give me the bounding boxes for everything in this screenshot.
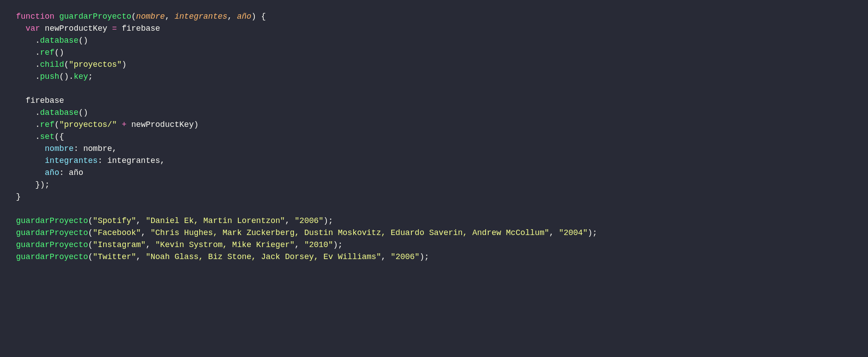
indent: [16, 120, 35, 129]
blank-line: [16, 84, 21, 93]
open-paren: (: [131, 12, 136, 21]
comma: ,: [295, 240, 305, 249]
code-line-15: });: [16, 180, 50, 189]
open-paren: (: [88, 240, 93, 249]
string-arg: "Kevin Systrom, Mike Krieger": [155, 240, 294, 249]
call-line-1: guardarProyecto("Spotify", "Daniel Ek, M…: [16, 216, 333, 225]
comma: ,: [549, 228, 559, 237]
comma: ,: [112, 144, 117, 153]
open-brace: {: [256, 12, 266, 21]
identifier-firebase: firebase: [122, 24, 160, 33]
attr-nombre: nombre: [45, 144, 74, 153]
code-line-4: .ref(): [16, 48, 64, 57]
indent: [16, 48, 35, 57]
close-paren: );: [323, 216, 333, 225]
string-arg: "2004": [559, 228, 588, 237]
method-child: child: [40, 60, 64, 69]
dot: .: [35, 120, 40, 129]
comma: ,: [136, 216, 146, 225]
method-database: database: [40, 108, 78, 117]
indent: [16, 168, 45, 177]
parens: (): [54, 48, 64, 57]
method-ref: ref: [40, 120, 54, 129]
code-line-11: .set({: [16, 132, 64, 141]
open-paren: (: [88, 252, 93, 261]
dot: .: [35, 72, 40, 81]
comma: ,: [136, 252, 146, 261]
string-arg: "2006": [391, 252, 420, 261]
string-proyectos-path: "proyectos/": [59, 120, 117, 129]
indent: [16, 60, 35, 69]
param-integrantes: integrantes: [175, 12, 228, 21]
code-line-16: }: [16, 192, 21, 201]
indent: [16, 108, 35, 117]
code-line-12: nombre: nombre,: [16, 144, 117, 153]
comma: ,: [160, 156, 165, 165]
call-line-4: guardarProyecto("Twitter", "Noah Glass, …: [16, 252, 429, 261]
code-line-8: firebase: [16, 96, 64, 105]
function-call: guardarProyecto: [16, 240, 88, 249]
code-block[interactable]: function guardarProyecto(nombre, integra…: [16, 11, 852, 263]
comma: ,: [165, 12, 175, 21]
string-arg: "Twitter": [93, 252, 136, 261]
open-paren: (: [88, 228, 93, 237]
semicolon: ;: [88, 72, 93, 81]
code-line-9: .database(): [16, 108, 88, 117]
colon: :: [59, 168, 69, 177]
string-proyectos: "proyectos": [69, 60, 122, 69]
string-arg: "2010": [304, 240, 333, 249]
param-nombre: nombre: [136, 12, 165, 21]
method-database: database: [40, 36, 78, 45]
code-line-3: .database(): [16, 36, 88, 45]
open-paren: (: [88, 216, 93, 225]
code-line-10: .ref("proyectos/" + newProductKey): [16, 120, 199, 129]
attr-integrantes: integrantes: [45, 156, 98, 165]
indent: [16, 96, 26, 105]
attr-ano: año: [45, 168, 59, 177]
function-call: guardarProyecto: [16, 228, 88, 237]
parens: (): [78, 36, 88, 45]
blank-line: [16, 204, 21, 213]
colon: :: [98, 156, 108, 165]
param-ano: año: [237, 12, 251, 21]
close-paren: ): [122, 60, 127, 69]
close-paren: );: [333, 240, 343, 249]
method-ref: ref: [40, 48, 54, 57]
identifier: nombre: [83, 144, 112, 153]
identifier: newProductKey: [45, 24, 107, 33]
indent: [16, 180, 35, 189]
close-brace-paren: });: [35, 180, 49, 189]
identifier-firebase: firebase: [26, 96, 64, 105]
string-arg: "Facebook": [93, 228, 141, 237]
open-paren: (: [54, 120, 59, 129]
parens: (): [78, 108, 88, 117]
identifier: newProductKey: [131, 120, 193, 129]
indent: [16, 156, 45, 165]
close-paren: ): [194, 120, 199, 129]
close-paren: ): [251, 12, 256, 21]
code-line-5: .child("proyectos"): [16, 60, 127, 69]
string-arg: "Daniel Ek, Martin Lorentzon": [146, 216, 285, 225]
identifier: año: [69, 168, 83, 177]
comma: ,: [381, 252, 391, 261]
keyword-var: var: [26, 24, 40, 33]
identifier: integrantes: [107, 156, 160, 165]
code-line-1: function guardarProyecto(nombre, integra…: [16, 12, 266, 21]
string-arg: "2006": [295, 216, 324, 225]
comma: ,: [146, 240, 156, 249]
keyword-function: function: [16, 12, 54, 21]
open-paren: (: [64, 60, 69, 69]
dot: .: [35, 60, 40, 69]
indent: [16, 72, 35, 81]
close-paren: );: [587, 228, 597, 237]
string-arg: "Spotify": [93, 216, 136, 225]
equals-operator: =: [107, 24, 121, 33]
dot: .: [35, 36, 40, 45]
dot: .: [35, 132, 40, 141]
call-line-2: guardarProyecto("Facebook", "Chris Hughe…: [16, 228, 597, 237]
call-line-3: guardarProyecto("Instagram", "Kevin Syst…: [16, 240, 343, 249]
function-name: guardarProyecto: [59, 12, 131, 21]
open-paren-brace: ({: [54, 132, 64, 141]
parens: (): [59, 72, 69, 81]
indent: [16, 24, 26, 33]
